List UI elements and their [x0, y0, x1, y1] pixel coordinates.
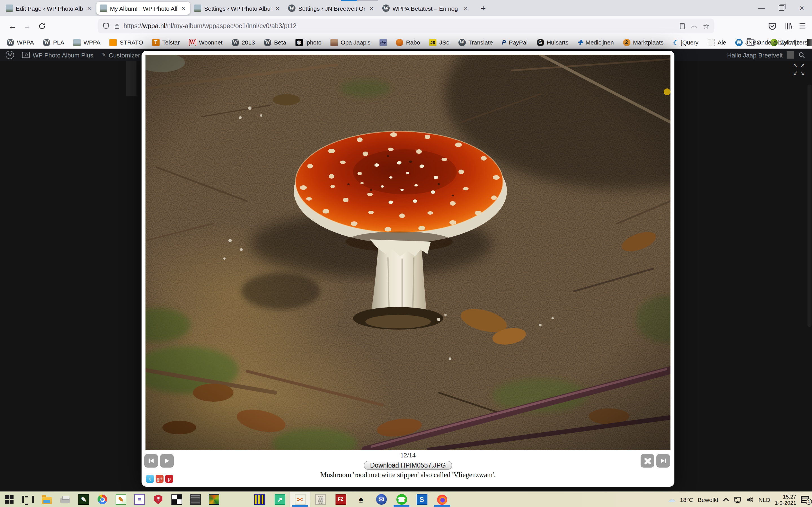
weather-temperature[interactable]: 18°C: [680, 496, 693, 503]
admin-bar-site-menu[interactable]: WP Photo Album Plus: [22, 52, 93, 58]
chrome-icon: [98, 495, 107, 504]
clock[interactable]: 15:27 1-9-2021: [775, 493, 796, 506]
url-bar[interactable]: https://wppa.nl/nl/my-album/wppaspec/oc1…: [98, 18, 714, 33]
bookmark-item-Rabo[interactable]: Rabo: [391, 37, 424, 48]
taskbar-firefox[interactable]: [432, 492, 452, 507]
reload-button[interactable]: [35, 18, 49, 33]
taskbar-thunderbird-mail[interactable]: ✉: [371, 492, 391, 507]
weather-cloud-icon[interactable]: ☁: [668, 495, 675, 504]
back-button[interactable]: ←: [5, 18, 20, 33]
page-scrollbar[interactable]: [808, 84, 811, 327]
taskbar-grid-app[interactable]: [186, 492, 205, 507]
volume-icon[interactable]: [746, 496, 754, 503]
tab-close-icon[interactable]: ×: [86, 4, 93, 12]
tab-close-icon[interactable]: ×: [274, 4, 281, 12]
bookmark-item-PayPal[interactable]: PPayPal: [497, 37, 532, 48]
taskbar-task-view[interactable]: [18, 492, 37, 507]
bookmark-item-Ale[interactable]: Ale: [703, 37, 730, 48]
taskbar-skype[interactable]: S: [412, 492, 432, 507]
bookmark-item-Woonnet[interactable]: WWoonnet: [184, 37, 227, 48]
bookmark-item-WPPA[interactable]: WPPA: [69, 37, 105, 48]
taskbar-kaleidoscope-game[interactable]: [205, 492, 223, 507]
close-button[interactable]: [641, 454, 654, 467]
admin-bar-customizer[interactable]: ✎ Customizer: [101, 52, 140, 58]
bookmark-item-icon10[interactable]: php: [375, 37, 391, 48]
taskbar-photo-map-editor[interactable]: ✎: [74, 492, 93, 507]
lock-icon[interactable]: [114, 22, 120, 30]
taskbar-screenhunter[interactable]: ✂: [290, 492, 310, 507]
taskbar-solitaire[interactable]: ♠: [351, 492, 371, 507]
pocket-icon[interactable]: [765, 18, 779, 33]
taskbar-file-explorer[interactable]: [37, 492, 56, 507]
taskbar-barcode-app[interactable]: [249, 492, 269, 507]
share-twitter-icon[interactable]: t: [146, 475, 154, 483]
taskbar-chrome[interactable]: [93, 492, 112, 507]
taskbar-video-converter[interactable]: ↗: [269, 492, 290, 507]
kaleidoscope-game-icon: [209, 494, 219, 505]
menu-hamburger-icon[interactable]: [795, 18, 810, 33]
weather-description[interactable]: Bewolkt: [698, 496, 718, 503]
wordpress-logo-icon[interactable]: W: [6, 51, 14, 59]
bookmarks-overflow[interactable]: Andere bladwijzers: [747, 39, 808, 46]
taskbar-start[interactable]: [0, 492, 18, 507]
share-googleplus-icon[interactable]: g+: [156, 475, 163, 483]
tab-1[interactable]: Edit Page ‹ WP Photo Album Pl×: [2, 2, 96, 15]
tray-chevron-icon[interactable]: [723, 497, 729, 502]
bookmark-item-WPPA[interactable]: WWPPA: [2, 37, 38, 48]
clock-time: 15:27: [775, 493, 796, 499]
url-text[interactable]: https://wppa.nl/nl/my-album/wppaspec/oc1…: [123, 22, 675, 29]
search-icon[interactable]: [799, 52, 805, 58]
tab-2[interactable]: My Album! - WP Photo Album×: [96, 2, 190, 15]
taskbar-filezilla[interactable]: FZ: [331, 492, 351, 507]
reader-mode-icon[interactable]: [679, 22, 686, 30]
bookmark-item-JSc[interactable]: JSJSc: [424, 37, 454, 48]
tab-close-icon[interactable]: ×: [368, 4, 375, 12]
share-buttons: tg+p: [146, 475, 173, 483]
tab-3[interactable]: Settings ‹ WP Photo Album Plu×: [191, 2, 284, 15]
share-pinterest-icon[interactable]: p: [165, 475, 173, 483]
forward-button[interactable]: →: [20, 18, 35, 33]
tab-5[interactable]: WWPPA Betatest – En nog een W×: [379, 2, 472, 15]
download-button[interactable]: Download HPIM0557.JPG: [364, 461, 452, 470]
bookmark-item-jQuery[interactable]: ☾jQuery: [668, 37, 703, 48]
tab-close-icon[interactable]: ×: [462, 4, 469, 12]
avatar[interactable]: [786, 51, 794, 59]
bookmark-item-Telstar[interactable]: TTelstar: [148, 37, 185, 48]
bookmark-item-Beta[interactable]: WBeta: [259, 37, 291, 48]
tab-title: Settings ‹ WP Photo Album Plu: [204, 5, 271, 11]
bookmark-item-2013[interactable]: W2013: [227, 37, 259, 48]
bookmark-item-STRATO[interactable]: STRATO: [105, 37, 147, 48]
admin-greeting[interactable]: Hallo Jaap Breetvelt: [727, 52, 783, 58]
language-indicator[interactable]: NLD: [758, 496, 770, 503]
performance-gauge-icon[interactable]: [691, 22, 698, 29]
tab-4[interactable]: WSettings ‹ JN Breetvelt Orgelbou×: [285, 2, 378, 15]
taskbar-notes-green[interactable]: ✎: [112, 492, 130, 507]
taskbar-image-stamp-viewer[interactable]: ▒: [310, 492, 331, 507]
library-icon[interactable]: [781, 18, 796, 33]
taskbar-printer[interactable]: [56, 492, 74, 507]
tab-close-icon[interactable]: ×: [180, 4, 187, 12]
window-minimize-button[interactable]: —: [751, 0, 771, 16]
window-restore-button[interactable]: [771, 0, 792, 16]
fullscreen-toggle-icon[interactable]: ↖↗ ↙↘: [793, 62, 807, 76]
photo-mushroom[interactable]: [146, 55, 670, 450]
taskbar-password-shield[interactable]: [149, 492, 167, 507]
bookmark-item-Medicijnen[interactable]: ✚Medicijnen: [573, 37, 618, 48]
bookmark-item-iphoto[interactable]: ◉iphoto: [291, 37, 326, 48]
network-icon[interactable]: [733, 496, 742, 503]
window-close-button[interactable]: ×: [792, 0, 812, 16]
taskbar-notebook-purple[interactable]: ≡: [130, 492, 149, 507]
bookmark-item-Translate[interactable]: WTranslate: [454, 37, 497, 48]
shield-icon[interactable]: [103, 22, 109, 30]
bookmark-item-Marktplaats[interactable]: 2Marktplaats: [618, 37, 668, 48]
bookmark-item-Opa Jaap's[interactable]: Opa Jaap's: [326, 37, 375, 48]
bookmark-star-icon[interactable]: ☆: [703, 22, 709, 30]
next-button[interactable]: [656, 454, 670, 467]
new-tab-button[interactable]: +: [476, 2, 490, 15]
taskbar-whatsapp[interactable]: ☎: [391, 492, 412, 507]
action-center-icon[interactable]: 1: [801, 496, 809, 503]
bookmark-item-PLA[interactable]: WPLA: [38, 37, 69, 48]
taskbar-puzzle-checkered[interactable]: [167, 492, 186, 507]
puzzle-checkered-icon: [171, 494, 182, 505]
bookmark-item-Huisarts[interactable]: GHuisarts: [532, 37, 573, 48]
